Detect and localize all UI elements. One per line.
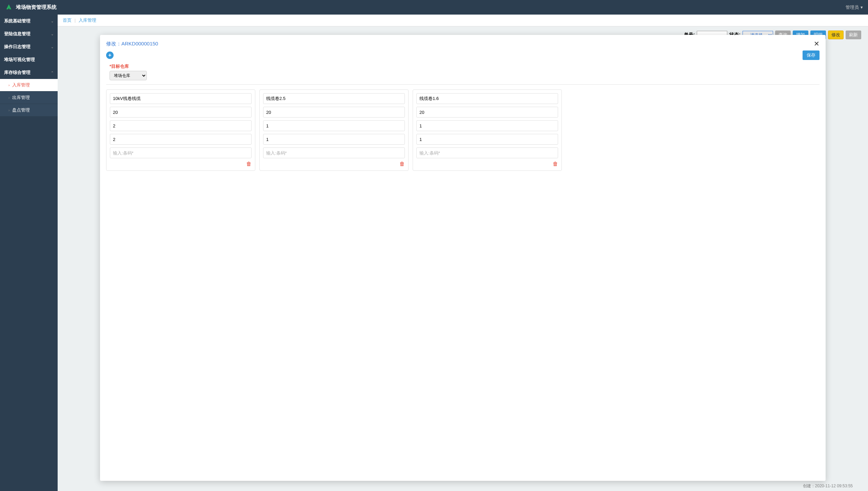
chevron-right-icon: › <box>8 96 9 100</box>
item-name-input[interactable] <box>263 93 405 104</box>
content-area: 首页 | 入库管理 单号: 状态: ----请选择---- 查询 增加 明细 修… <box>58 15 868 491</box>
target-label: *目标仓库 <box>110 63 820 69</box>
item-field2-input[interactable] <box>263 107 405 118</box>
card-footer: 🗑 <box>110 161 252 167</box>
item-card: 🗑 <box>106 89 255 171</box>
submenu-inventory: › 入库管理 › 出库管理 › 盘点管理 <box>0 79 58 117</box>
divider <box>106 84 820 85</box>
item-barcode-input[interactable] <box>416 147 558 158</box>
sidebar: 系统基础管理 ⌄ 登陆信息管理 ⌄ 操作日志管理 ⌄ 堆场可视化管理 库存综合管… <box>0 15 58 491</box>
submenu-outbound[interactable]: › 出库管理 <box>0 91 58 104</box>
card-footer: 🗑 <box>416 161 558 167</box>
item-field3-input[interactable] <box>110 120 252 131</box>
menu-inventory[interactable]: 库存综合管理 ⌃ <box>0 66 58 79</box>
user-menu[interactable]: 管理员 ▾ <box>846 4 863 11</box>
menu-label: 登陆信息管理 <box>4 31 31 37</box>
chevron-down-icon: ⌄ <box>51 45 54 49</box>
item-field3-input[interactable] <box>416 120 558 131</box>
chevron-down-icon: ⌄ <box>51 32 54 36</box>
app-title: 堆场物资管理系统 <box>16 4 57 11</box>
item-name-input[interactable] <box>110 93 252 104</box>
target-warehouse-select[interactable]: 堆场仓库 <box>110 71 147 80</box>
breadcrumb-current[interactable]: 入库管理 <box>79 18 96 23</box>
item-card: 🗑 <box>413 89 562 171</box>
modal-overlay: 修改：ARKD00000150 ✕ + 保存 *目标仓库 堆场仓库 <box>58 35 868 491</box>
chevron-right-icon: › <box>8 83 9 87</box>
breadcrumb: 首页 | 入库管理 <box>58 15 868 26</box>
breadcrumb-sep: | <box>75 18 76 23</box>
menu-label: 系统基础管理 <box>4 18 31 24</box>
item-field2-input[interactable] <box>110 107 252 118</box>
chevron-right-icon: › <box>8 108 9 112</box>
logo-icon <box>5 4 13 11</box>
modal-toolbar: + 保存 <box>100 50 826 63</box>
menu-yard-visual[interactable]: 堆场可视化管理 <box>0 53 58 66</box>
menu-operation-log[interactable]: 操作日志管理 ⌄ <box>0 40 58 53</box>
modal-close-button[interactable]: ✕ <box>814 40 820 48</box>
caret-down-icon: ▾ <box>861 5 863 10</box>
target-warehouse-row: *目标仓库 堆场仓库 <box>106 63 820 80</box>
menu-system-base[interactable]: 系统基础管理 ⌄ <box>0 15 58 27</box>
edit-modal: 修改：ARKD00000150 ✕ + 保存 *目标仓库 堆场仓库 <box>100 35 826 481</box>
modal-title: 修改：ARKD00000150 <box>106 41 158 47</box>
submenu-label: 入库管理 <box>12 82 30 88</box>
item-field2-input[interactable] <box>416 107 558 118</box>
modal-body: *目标仓库 堆场仓库 <box>100 63 826 481</box>
trash-icon[interactable]: 🗑 <box>399 161 405 167</box>
item-card: 🗑 <box>259 89 409 171</box>
menu-label: 堆场可视化管理 <box>4 57 35 63</box>
breadcrumb-home[interactable]: 首页 <box>63 18 72 23</box>
header-left: 堆场物资管理系统 <box>5 4 57 11</box>
item-field4-input[interactable] <box>416 134 558 145</box>
item-barcode-input[interactable] <box>263 147 405 158</box>
app-header: 堆场物资管理系统 管理员 ▾ <box>0 0 868 15</box>
add-card-button[interactable]: + <box>106 52 114 59</box>
item-field3-input[interactable] <box>263 120 405 131</box>
chevron-up-icon: ⌃ <box>51 71 54 75</box>
submenu-label: 出库管理 <box>12 95 30 101</box>
submenu-label: 盘点管理 <box>12 107 30 113</box>
card-footer: 🗑 <box>263 161 405 167</box>
save-button[interactable]: 保存 <box>803 50 820 60</box>
chevron-down-icon: ⌄ <box>51 19 54 23</box>
item-field4-input[interactable] <box>263 134 405 145</box>
trash-icon[interactable]: 🗑 <box>246 161 252 167</box>
user-label: 管理员 <box>846 4 859 11</box>
submenu-inbound[interactable]: › 入库管理 <box>0 79 58 91</box>
item-field4-input[interactable] <box>110 134 252 145</box>
menu-label: 库存综合管理 <box>4 69 31 76</box>
item-barcode-input[interactable] <box>110 147 252 158</box>
submenu-stocktake[interactable]: › 盘点管理 <box>0 104 58 117</box>
modal-header: 修改：ARKD00000150 ✕ <box>100 35 826 50</box>
trash-icon[interactable]: 🗑 <box>553 161 558 167</box>
menu-label: 操作日志管理 <box>4 44 31 50</box>
item-name-input[interactable] <box>416 93 558 104</box>
menu-login-info[interactable]: 登陆信息管理 ⌄ <box>0 27 58 40</box>
item-cards-row: 🗑 🗑 <box>106 89 820 171</box>
